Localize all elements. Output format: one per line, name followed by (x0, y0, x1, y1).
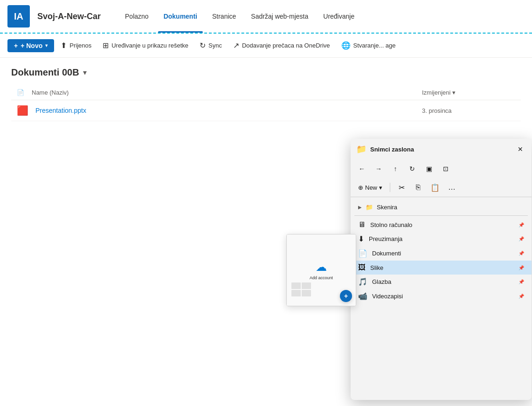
share-icon: ↗ (233, 41, 239, 50)
sidebar-item-skenira[interactable]: ▶ 📁 Skenira (351, 201, 532, 213)
site-title: Svoj-A-New-Car (37, 12, 101, 21)
cut-button[interactable]: ✂ (394, 180, 409, 195)
explorer-toolbar: ⊕ New ▾ ✂ ⎘ 📋 … (351, 178, 532, 197)
file-type-icon: 📄 (17, 89, 24, 96)
preview-grid (291, 282, 311, 296)
cloud-icon: ☁ (316, 261, 327, 274)
table-row[interactable]: 🟥 Presentation.pptx 3. prosinca (11, 100, 521, 121)
tab-uredivanje[interactable]: Uređivanje (318, 0, 360, 33)
ppt-icon: 🟥 (17, 105, 32, 116)
pictures-icon: 🖼 (358, 263, 366, 272)
file-modified-date: 3. prosinca (422, 107, 515, 114)
add-shortcut-button[interactable]: ↗ Dodavanje prečaca na OneDrive (228, 38, 335, 53)
separator (390, 183, 390, 192)
pin-icon: 📌 (518, 251, 524, 256)
up-button[interactable]: ↑ (388, 161, 403, 176)
refresh-button[interactable]: ↻ (405, 161, 420, 176)
expand-button[interactable]: ⊡ (438, 161, 453, 176)
sidebar-item-stolno[interactable]: 🖥 Stolno računalo 📌 (351, 218, 532, 232)
tab-polazno[interactable]: Polazno (119, 0, 154, 33)
header-modified[interactable]: Izmijenjeni ▾ (422, 89, 515, 96)
desktop-icon: 🖥 (358, 220, 366, 229)
sidebar-item-slike[interactable]: 🖼 Slike 📌 (351, 261, 532, 275)
chevron-down-icon: ▾ (45, 43, 48, 48)
file-list: 📄 Name (Naziv) Izmijenjeni ▾ 🟥 Presentat… (11, 85, 521, 121)
upload-button[interactable]: ⬆ Prijenos (56, 38, 96, 53)
tab-stranice[interactable]: Stranice (207, 0, 242, 33)
chevron-down-icon[interactable]: ▾ (83, 68, 87, 77)
sidebar-item-dokumenti[interactable]: 📄 Dokumenti 📌 (351, 246, 532, 261)
new-item-button[interactable]: ⊕ New ▾ (354, 182, 386, 193)
explorer-nav: ← → ↑ ↻ ▣ ⊡ (351, 159, 532, 178)
file-preview-popup: ☁ Add account + (286, 234, 356, 306)
video-icon: 📹 (358, 292, 367, 301)
pin-icon: 📌 (518, 294, 524, 299)
folder-icon: 📁 (356, 144, 366, 154)
explorer-body: ▶ 📁 Skenira 🖥 Stolno računalo 📌 ⬇ Preuzi… (351, 197, 532, 400)
chevron-right-icon: ▶ (358, 205, 362, 210)
header-icon-col: 📄 (17, 89, 32, 96)
preview-content: ☁ Add account (310, 261, 333, 280)
nav-tabs: Polazno Dokumenti Stranice Sadržaj web-m… (119, 0, 360, 33)
chevron-down-icon: ▾ (379, 184, 382, 191)
document-icon: 📄 (358, 249, 367, 258)
breadcrumb: Dokumenti 00B ▾ (11, 67, 521, 78)
sync-icon: ↻ (200, 41, 206, 50)
view-button[interactable]: ▣ (421, 161, 436, 176)
grid-icon: ⊞ (103, 41, 109, 50)
app-icon: IA (7, 5, 30, 28)
breadcrumb-title: Dokumenti 00B (11, 67, 79, 78)
explorer-dialog: 📁 Snimci zaslona ✕ ← → ↑ ↻ ▣ ⊡ ⊕ New ▾ ✂… (351, 139, 532, 400)
sidebar-item-videozapisi[interactable]: 📹 Videozapisi 📌 (351, 289, 532, 303)
file-name: Presentation.pptx (32, 106, 422, 115)
upload-icon: ⬆ (61, 41, 67, 50)
plus-icon: + (14, 42, 18, 49)
forward-button[interactable]: → (371, 161, 386, 176)
add-file-button[interactable]: + (340, 290, 352, 302)
explorer-titlebar: 📁 Snimci zaslona ✕ (351, 139, 532, 159)
main-content: Dokumenti 00B ▾ 📄 Name (Naziv) Izmijenje… (0, 58, 532, 131)
sidebar-item-glazba[interactable]: 🎵 Glazba 📌 (351, 275, 532, 289)
pin-icon: 📌 (518, 265, 524, 270)
create-icon: 🌐 (341, 41, 351, 50)
divider (354, 215, 528, 216)
pin-icon: 📌 (518, 222, 524, 227)
add-account-label: Add account (310, 275, 333, 280)
sidebar-item-preuzimanja[interactable]: ⬇ Preuzimanja 📌 (351, 232, 532, 246)
explorer-title: Snimci zaslona (370, 146, 511, 153)
copy-button[interactable]: ⎘ (411, 180, 426, 195)
back-button[interactable]: ← (354, 161, 369, 176)
explorer-sidebar: ▶ 📁 Skenira 🖥 Stolno računalo 📌 ⬇ Preuzi… (351, 197, 532, 400)
toolbar: + + Novo ▾ ⬆ Prijenos ⊞ Uređivanje u pri… (0, 34, 532, 58)
edit-grid-button[interactable]: ⊞ Uređivanje u prikazu rešetke (98, 38, 193, 53)
tab-dokumenti[interactable]: Dokumenti (158, 0, 203, 33)
folder-icon: 📁 (366, 204, 373, 211)
new-button[interactable]: + + Novo ▾ (7, 39, 54, 52)
more-button[interactable]: … (444, 180, 459, 195)
close-button[interactable]: ✕ (515, 144, 526, 155)
music-icon: 🎵 (358, 277, 367, 286)
plus-circle-icon: ⊕ (358, 184, 363, 191)
pin-icon: 📌 (518, 279, 524, 284)
file-list-header: 📄 Name (Naziv) Izmijenjeni ▾ (11, 85, 521, 100)
header-name[interactable]: Name (Naziv) (32, 89, 422, 96)
download-icon: ⬇ (358, 234, 364, 243)
sort-icon: ▾ (452, 89, 456, 96)
paste-button[interactable]: 📋 (428, 180, 442, 195)
top-header: IA Svoj-A-New-Car Polazno Dokumenti Stra… (0, 0, 532, 34)
tab-sadrzaj[interactable]: Sadržaj web-mjesta (245, 0, 314, 33)
create-button[interactable]: 🌐 Stvaranje... age (337, 38, 401, 53)
pin-icon: 📌 (518, 236, 524, 241)
sync-button[interactable]: ↻ Sync (195, 38, 227, 53)
